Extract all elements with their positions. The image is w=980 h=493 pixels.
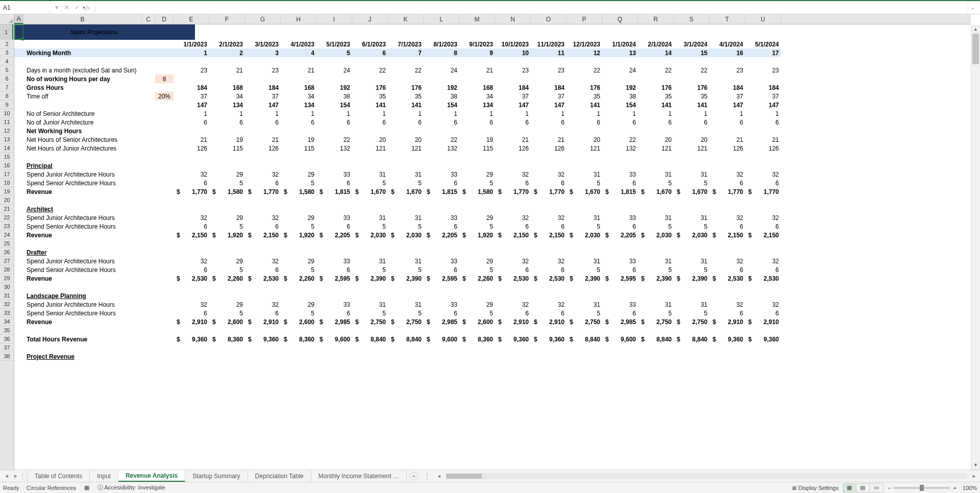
cell[interactable] (14, 257, 23, 265)
cell[interactable]: $2,030 (567, 231, 602, 239)
cell[interactable]: 1 (602, 109, 638, 118)
cell[interactable] (459, 153, 495, 161)
cell[interactable]: Net Hours of Senior Architectures (23, 135, 142, 144)
cell[interactable] (14, 317, 23, 326)
row-header-30[interactable]: 30 (0, 283, 14, 291)
cell[interactable] (352, 239, 388, 248)
cell[interactable]: $1,770 (745, 187, 781, 196)
cell[interactable]: $2,205 (424, 231, 459, 239)
cell[interactable]: 6 (388, 118, 424, 127)
cell[interactable] (531, 24, 567, 40)
cell[interactable]: 5 (388, 179, 424, 187)
cell[interactable]: 9/1/2023 (459, 40, 495, 48)
cell[interactable]: 121 (567, 144, 602, 153)
cell[interactable] (209, 205, 245, 213)
cell[interactable] (567, 153, 602, 161)
cell[interactable] (155, 291, 174, 300)
cell[interactable]: 34 (281, 92, 316, 101)
cell[interactable]: Revenue (23, 317, 142, 326)
cell[interactable]: 33 (424, 300, 459, 309)
cell[interactable] (14, 75, 23, 83)
cell[interactable] (352, 291, 388, 300)
cell[interactable] (316, 352, 352, 361)
cell[interactable] (388, 196, 424, 205)
cell[interactable] (459, 24, 495, 40)
cell[interactable]: Revenue (23, 274, 142, 283)
cell[interactable] (14, 205, 23, 213)
cell[interactable]: 32 (531, 257, 567, 265)
cell[interactable] (388, 127, 424, 135)
cell[interactable]: $2,750 (674, 317, 709, 326)
cell[interactable] (459, 352, 495, 361)
cell[interactable]: 192 (602, 83, 638, 92)
cell[interactable]: 35 (638, 92, 674, 101)
cell[interactable]: Revenue (23, 231, 142, 239)
cell[interactable] (674, 57, 709, 66)
cell[interactable] (316, 153, 352, 161)
cell[interactable]: $1,815 (602, 187, 638, 196)
cell[interactable] (459, 239, 495, 248)
cell[interactable] (709, 196, 745, 205)
sheet-tab[interactable]: Monthly Income Statement … (311, 470, 407, 482)
cell[interactable]: $2,030 (674, 231, 709, 239)
cell[interactable]: 1 (352, 109, 388, 118)
cell[interactable] (316, 326, 352, 335)
cell[interactable]: 147 (495, 101, 531, 109)
cell[interactable] (709, 153, 745, 161)
cell[interactable] (459, 343, 495, 352)
cell[interactable]: 6 (602, 179, 638, 187)
cell[interactable]: 10 (495, 48, 531, 57)
cell[interactable]: 5 (281, 265, 316, 274)
cell[interactable]: $2,600 (281, 317, 316, 326)
cell[interactable]: 6 (495, 265, 531, 274)
cell[interactable] (14, 118, 23, 127)
cell[interactable] (245, 57, 281, 66)
cell[interactable] (495, 153, 531, 161)
cell[interactable]: 35 (674, 92, 709, 101)
cell[interactable]: $1,670 (567, 187, 602, 196)
cell[interactable] (495, 352, 531, 361)
cell[interactable] (388, 24, 424, 40)
cell[interactable]: 6 (495, 222, 531, 231)
cell[interactable] (388, 326, 424, 335)
cell[interactable]: $1,770 (245, 187, 281, 196)
cell[interactable] (352, 24, 388, 40)
cell[interactable] (638, 248, 674, 257)
cell[interactable]: $2,750 (567, 317, 602, 326)
cell[interactable] (459, 291, 495, 300)
cell[interactable] (495, 161, 531, 170)
cell[interactable] (674, 153, 709, 161)
row-header-24[interactable]: 24 (0, 231, 14, 239)
cell[interactable]: 32 (745, 257, 781, 265)
cell[interactable] (638, 343, 674, 352)
cell[interactable]: $2,260 (281, 274, 316, 283)
cell[interactable] (567, 291, 602, 300)
cell[interactable]: 5 (281, 309, 316, 317)
cell[interactable]: 6 (674, 118, 709, 127)
cell[interactable] (209, 57, 245, 66)
cell[interactable]: $2,985 (316, 317, 352, 326)
cell[interactable]: 184 (245, 83, 281, 92)
cell[interactable] (602, 248, 638, 257)
cell[interactable]: 32 (745, 213, 781, 222)
cell[interactable] (745, 343, 781, 352)
tab-prev-icon[interactable]: ◄ (4, 473, 9, 479)
cell[interactable] (281, 248, 316, 257)
zoom-knob[interactable] (920, 485, 924, 491)
row-header-5[interactable]: 5 (0, 66, 14, 75)
cell[interactable] (638, 326, 674, 335)
row-header-21[interactable]: 21 (0, 205, 14, 213)
cell[interactable]: 5 (352, 179, 388, 187)
cell[interactable]: $1,770 (531, 187, 567, 196)
cell[interactable]: 31 (567, 257, 602, 265)
cell[interactable] (602, 153, 638, 161)
cell[interactable] (531, 343, 567, 352)
cell[interactable]: 32 (531, 170, 567, 179)
cell[interactable]: 20% (155, 92, 174, 101)
cell[interactable]: 32 (495, 213, 531, 222)
cell[interactable] (531, 196, 567, 205)
cell[interactable]: 31 (674, 257, 709, 265)
cell[interactable]: $2,595 (602, 274, 638, 283)
cell[interactable]: 192 (424, 83, 459, 92)
row-header-1[interactable]: 1 (0, 24, 13, 40)
